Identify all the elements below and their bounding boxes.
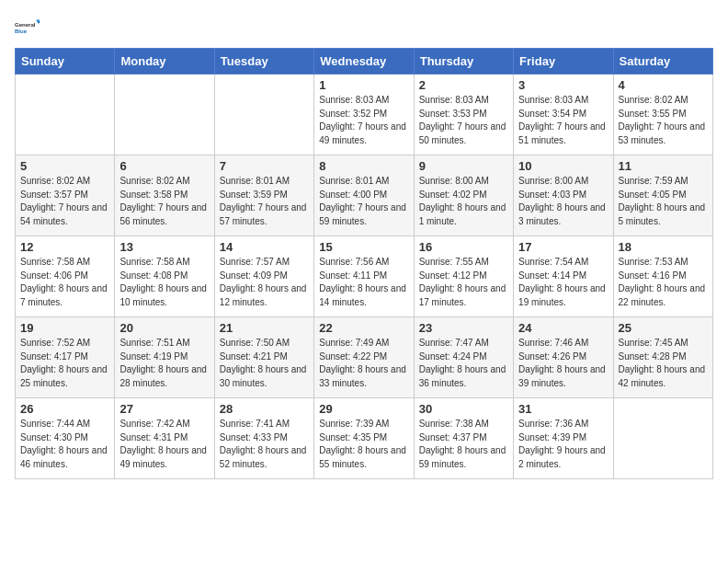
svg-text:General: General	[15, 22, 36, 28]
day-number: 27	[119, 402, 209, 416]
calendar-cell: 7Sunrise: 8:01 AM Sunset: 3:59 PM Daylig…	[214, 155, 313, 236]
day-number: 29	[319, 402, 408, 416]
day-number: 14	[220, 240, 309, 254]
calendar-cell: 6Sunrise: 8:02 AM Sunset: 3:58 PM Daylig…	[115, 155, 214, 236]
calendar-cell: 14Sunrise: 7:57 AM Sunset: 4:09 PM Dayli…	[214, 236, 313, 317]
day-number: 7	[220, 159, 309, 173]
calendar-cell: 10Sunrise: 8:00 AM Sunset: 4:03 PM Dayli…	[514, 155, 613, 236]
calendar-cell	[16, 75, 115, 155]
day-number: 10	[518, 159, 608, 173]
day-info: Sunrise: 8:02 AM Sunset: 3:58 PM Dayligh…	[119, 175, 209, 228]
day-info: Sunrise: 7:53 AM Sunset: 4:16 PM Dayligh…	[619, 256, 708, 309]
day-info: Sunrise: 7:44 AM Sunset: 4:30 PM Dayligh…	[20, 418, 109, 471]
calendar-cell	[613, 398, 712, 479]
logo: GeneralBlue	[15, 15, 40, 40]
day-info: Sunrise: 8:03 AM Sunset: 3:53 PM Dayligh…	[419, 94, 508, 147]
day-number: 9	[419, 159, 508, 173]
day-info: Sunrise: 7:58 AM Sunset: 4:08 PM Dayligh…	[119, 256, 209, 309]
calendar-week-row: 19Sunrise: 7:52 AM Sunset: 4:17 PM Dayli…	[16, 317, 713, 398]
calendar-table: SundayMondayTuesdayWednesdayThursdayFrid…	[15, 48, 713, 479]
calendar-cell: 30Sunrise: 7:38 AM Sunset: 4:37 PM Dayli…	[414, 398, 513, 479]
day-number: 13	[119, 240, 209, 254]
day-info: Sunrise: 8:03 AM Sunset: 3:52 PM Dayligh…	[319, 94, 408, 147]
day-info: Sunrise: 7:52 AM Sunset: 4:17 PM Dayligh…	[20, 337, 109, 390]
day-info: Sunrise: 7:56 AM Sunset: 4:11 PM Dayligh…	[319, 256, 408, 309]
calendar-cell: 13Sunrise: 7:58 AM Sunset: 4:08 PM Dayli…	[115, 236, 214, 317]
weekday-header: Friday	[514, 49, 613, 75]
day-info: Sunrise: 7:41 AM Sunset: 4:33 PM Dayligh…	[220, 418, 309, 471]
calendar-cell: 11Sunrise: 7:59 AM Sunset: 4:05 PM Dayli…	[613, 155, 712, 236]
day-number: 16	[419, 240, 508, 254]
day-number: 1	[319, 78, 408, 92]
day-info: Sunrise: 8:01 AM Sunset: 4:00 PM Dayligh…	[319, 175, 408, 228]
calendar-cell: 24Sunrise: 7:46 AM Sunset: 4:26 PM Dayli…	[514, 317, 613, 398]
day-number: 11	[619, 159, 708, 173]
day-info: Sunrise: 8:02 AM Sunset: 3:55 PM Dayligh…	[619, 94, 708, 147]
calendar-cell: 5Sunrise: 8:02 AM Sunset: 3:57 PM Daylig…	[16, 155, 115, 236]
calendar-week-row: 1Sunrise: 8:03 AM Sunset: 3:52 PM Daylig…	[16, 75, 713, 155]
calendar-cell: 20Sunrise: 7:51 AM Sunset: 4:19 PM Dayli…	[115, 317, 214, 398]
calendar-cell: 9Sunrise: 8:00 AM Sunset: 4:02 PM Daylig…	[414, 155, 513, 236]
weekday-header-row: SundayMondayTuesdayWednesdayThursdayFrid…	[16, 49, 713, 75]
calendar-week-row: 12Sunrise: 7:58 AM Sunset: 4:06 PM Dayli…	[16, 236, 713, 317]
day-number: 8	[319, 159, 408, 173]
day-info: Sunrise: 8:01 AM Sunset: 3:59 PM Dayligh…	[220, 175, 309, 228]
day-number: 3	[518, 78, 608, 92]
day-number: 22	[319, 321, 408, 335]
day-info: Sunrise: 7:59 AM Sunset: 4:05 PM Dayligh…	[619, 175, 708, 228]
day-info: Sunrise: 7:47 AM Sunset: 4:24 PM Dayligh…	[419, 337, 508, 390]
logo-icon: GeneralBlue	[15, 15, 40, 40]
day-number: 5	[20, 159, 109, 173]
day-number: 15	[319, 240, 408, 254]
day-info: Sunrise: 7:54 AM Sunset: 4:14 PM Dayligh…	[518, 256, 608, 309]
calendar-cell: 2Sunrise: 8:03 AM Sunset: 3:53 PM Daylig…	[414, 75, 513, 155]
day-number: 25	[619, 321, 708, 335]
day-number: 20	[119, 321, 209, 335]
weekday-header: Saturday	[613, 49, 712, 75]
svg-text:Blue: Blue	[15, 29, 28, 34]
calendar-cell	[115, 75, 214, 155]
day-info: Sunrise: 7:46 AM Sunset: 4:26 PM Dayligh…	[518, 337, 608, 390]
day-number: 2	[419, 78, 508, 92]
calendar-cell: 31Sunrise: 7:36 AM Sunset: 4:39 PM Dayli…	[514, 398, 613, 479]
calendar-cell: 21Sunrise: 7:50 AM Sunset: 4:21 PM Dayli…	[214, 317, 313, 398]
day-number: 23	[419, 321, 508, 335]
day-info: Sunrise: 8:02 AM Sunset: 3:57 PM Dayligh…	[20, 175, 109, 228]
calendar-cell: 26Sunrise: 7:44 AM Sunset: 4:30 PM Dayli…	[16, 398, 115, 479]
day-number: 26	[20, 402, 109, 416]
day-number: 31	[518, 402, 608, 416]
day-number: 21	[220, 321, 309, 335]
day-info: Sunrise: 7:57 AM Sunset: 4:09 PM Dayligh…	[220, 256, 309, 309]
day-info: Sunrise: 8:03 AM Sunset: 3:54 PM Dayligh…	[518, 94, 608, 147]
calendar-cell: 8Sunrise: 8:01 AM Sunset: 4:00 PM Daylig…	[314, 155, 414, 236]
weekday-header: Thursday	[414, 49, 513, 75]
day-number: 12	[20, 240, 109, 254]
calendar-cell: 4Sunrise: 8:02 AM Sunset: 3:55 PM Daylig…	[613, 75, 712, 155]
calendar-week-row: 5Sunrise: 8:02 AM Sunset: 3:57 PM Daylig…	[16, 155, 713, 236]
day-info: Sunrise: 7:42 AM Sunset: 4:31 PM Dayligh…	[119, 418, 209, 471]
calendar-cell: 29Sunrise: 7:39 AM Sunset: 4:35 PM Dayli…	[314, 398, 414, 479]
day-info: Sunrise: 8:00 AM Sunset: 4:02 PM Dayligh…	[419, 175, 508, 228]
day-info: Sunrise: 8:00 AM Sunset: 4:03 PM Dayligh…	[518, 175, 608, 228]
calendar-cell: 1Sunrise: 8:03 AM Sunset: 3:52 PM Daylig…	[314, 75, 414, 155]
day-info: Sunrise: 7:50 AM Sunset: 4:21 PM Dayligh…	[220, 337, 309, 390]
day-number: 24	[518, 321, 608, 335]
calendar-cell: 28Sunrise: 7:41 AM Sunset: 4:33 PM Dayli…	[214, 398, 313, 479]
calendar-cell: 18Sunrise: 7:53 AM Sunset: 4:16 PM Dayli…	[613, 236, 712, 317]
calendar-cell: 17Sunrise: 7:54 AM Sunset: 4:14 PM Dayli…	[514, 236, 613, 317]
calendar-cell: 22Sunrise: 7:49 AM Sunset: 4:22 PM Dayli…	[314, 317, 414, 398]
calendar-cell: 15Sunrise: 7:56 AM Sunset: 4:11 PM Dayli…	[314, 236, 414, 317]
header: GeneralBlue	[15, 15, 713, 40]
calendar-cell: 27Sunrise: 7:42 AM Sunset: 4:31 PM Dayli…	[115, 398, 214, 479]
day-info: Sunrise: 7:51 AM Sunset: 4:19 PM Dayligh…	[119, 337, 209, 390]
calendar-cell	[214, 75, 313, 155]
day-info: Sunrise: 7:58 AM Sunset: 4:06 PM Dayligh…	[20, 256, 109, 309]
calendar-cell: 12Sunrise: 7:58 AM Sunset: 4:06 PM Dayli…	[16, 236, 115, 317]
day-info: Sunrise: 7:38 AM Sunset: 4:37 PM Dayligh…	[419, 418, 508, 471]
weekday-header: Monday	[115, 49, 214, 75]
calendar-cell: 23Sunrise: 7:47 AM Sunset: 4:24 PM Dayli…	[414, 317, 513, 398]
calendar-week-row: 26Sunrise: 7:44 AM Sunset: 4:30 PM Dayli…	[16, 398, 713, 479]
day-info: Sunrise: 7:55 AM Sunset: 4:12 PM Dayligh…	[419, 256, 508, 309]
calendar-cell: 3Sunrise: 8:03 AM Sunset: 3:54 PM Daylig…	[514, 75, 613, 155]
day-info: Sunrise: 7:36 AM Sunset: 4:39 PM Dayligh…	[518, 418, 608, 471]
